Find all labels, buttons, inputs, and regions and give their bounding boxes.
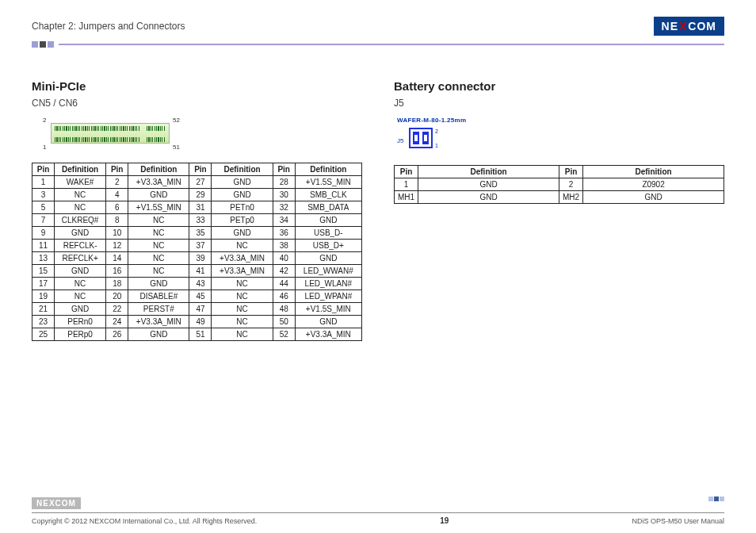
definition-cell: NC <box>212 290 273 303</box>
pin-cell: 48 <box>273 303 295 316</box>
table-row: 3NC4GND29GND30SMB_CLK <box>32 189 362 201</box>
battery-diagram: WAFER-M-80-1.25mm J5 2 1 <box>397 117 724 152</box>
pin-cell: 44 <box>273 278 295 290</box>
definition-cell: LED_WLAN# <box>295 278 361 290</box>
pin-cell: 1 <box>32 176 55 189</box>
pin-cell: 40 <box>273 252 295 265</box>
definition-cell: NC <box>128 265 189 278</box>
table-row: 1WAKE#2+V3.3A_MIN27GND28+V1.5S_MIN <box>32 176 362 189</box>
definition-cell: +V3.3A_MIN <box>212 265 273 278</box>
pin-cell: MH1 <box>395 191 418 204</box>
chapter-title: Chapter 2: Jumpers and Connectors <box>32 21 185 32</box>
pin-cell: MH2 <box>559 191 583 204</box>
copyright-text: Copyright © 2012 NEXCOM International Co… <box>32 517 257 525</box>
pin-cell: 9 <box>32 227 55 240</box>
pin-cell: 21 <box>32 303 55 316</box>
definition-cell: WAKE# <box>55 176 106 189</box>
section-title-battery: Battery connector <box>394 79 724 93</box>
table-row: 17NC18GND43NC44LED_WLAN# <box>32 278 362 290</box>
pin-cell: 50 <box>273 316 295 328</box>
pin-cell: 24 <box>106 316 128 328</box>
pin-cell: 46 <box>273 290 295 303</box>
pin-cell: 8 <box>106 214 128 227</box>
table-row: 13REFCLK+14NC39+V3.3A_MIN40GND <box>32 252 362 265</box>
definition-cell: REFCLK+ <box>55 252 106 265</box>
pin-cell: 2 <box>106 176 128 189</box>
table-row: 11REFCLK-12NC37NC38USB_D+ <box>32 240 362 252</box>
pin-cell: 4 <box>106 189 128 201</box>
table-header: Pin <box>106 163 128 176</box>
pin-cell: 35 <box>189 227 212 240</box>
definition-cell: GND <box>212 189 273 201</box>
definition-cell: DISABLE# <box>128 290 189 303</box>
pin-cell: 29 <box>189 189 212 201</box>
pin-cell: 5 <box>32 201 55 214</box>
decorative-squares <box>32 41 54 48</box>
table-row: 15GND16NC41+V3.3A_MIN42LED_WWAN# <box>32 265 362 278</box>
pin-cell: 7 <box>32 214 55 227</box>
table-header: Definition <box>418 166 559 178</box>
table-row: 19NC20DISABLE#45NC46LED_WPAN# <box>32 290 362 303</box>
pin-cell: 10 <box>106 227 128 240</box>
definition-cell: NC <box>128 252 189 265</box>
definition-cell: GND <box>295 214 361 227</box>
pin-cell: 28 <box>273 176 295 189</box>
definition-cell: GND <box>418 178 559 191</box>
definition-cell: NC <box>128 240 189 252</box>
connector-ref-minipcie: CN5 / CN6 <box>32 98 362 109</box>
pin-cell: 52 <box>273 328 295 341</box>
pin-cell: 17 <box>32 278 55 290</box>
pin-cell: 32 <box>273 201 295 214</box>
definition-cell: NC <box>55 201 106 214</box>
definition-cell: +V3.3A_MIN <box>212 252 273 265</box>
pin-cell: 33 <box>189 214 212 227</box>
definition-cell: GND <box>418 191 559 204</box>
pin-cell: 19 <box>32 290 55 303</box>
connector-ref-battery: J5 <box>394 98 724 109</box>
pin-cell: 45 <box>189 290 212 303</box>
definition-cell: LED_WWAN# <box>295 265 361 278</box>
definition-cell: NC <box>212 303 273 316</box>
table-row: 23PERn024+V3.3A_MIN49NC50GND <box>32 316 362 328</box>
table-header: Pin <box>273 163 295 176</box>
table-row: 25PERp026GND51NC52+V3.3A_MIN <box>32 328 362 341</box>
table-header: Definition <box>55 163 106 176</box>
manual-name: NDiS OPS-M50 User Manual <box>632 517 724 525</box>
page-number: 19 <box>440 516 449 525</box>
pin-cell: 34 <box>273 214 295 227</box>
pin-cell: 27 <box>189 176 212 189</box>
definition-cell: PERn0 <box>55 316 106 328</box>
mini-pcie-section: Mini-PCIe CN5 / CN6 2 52 1 51 PinDefinit… <box>32 79 362 341</box>
battery-pin-table: PinDefinitionPinDefinition 1GND2Z0902MH1… <box>394 165 724 204</box>
definition-cell: GND <box>55 303 106 316</box>
table-header: Definition <box>583 166 724 178</box>
definition-cell: NC <box>212 328 273 341</box>
nexcom-logo: NEXCOM <box>654 17 724 36</box>
definition-cell: GND <box>128 328 189 341</box>
pin-cell: 16 <box>106 265 128 278</box>
definition-cell: PETn0 <box>212 201 273 214</box>
definition-cell: SMB_DATA <box>295 201 361 214</box>
definition-cell: SMB_CLK <box>295 189 361 201</box>
table-row: MH1GNDMH2GND <box>395 191 724 204</box>
definition-cell: GND <box>212 176 273 189</box>
pin-cell: 43 <box>189 278 212 290</box>
table-header: Definition <box>212 163 273 176</box>
definition-cell: GND <box>295 316 361 328</box>
definition-cell: +V1.5S_MIN <box>295 303 361 316</box>
definition-cell: NC <box>55 290 106 303</box>
page-footer: NEXCOM Copyright © 2012 NEXCOM Internati… <box>32 495 724 525</box>
table-header: Pin <box>559 166 583 178</box>
pin-cell: 1 <box>395 178 418 191</box>
corner-decoration <box>708 497 724 501</box>
definition-cell: Z0902 <box>583 178 724 191</box>
table-row: 21GND22PERST#47NC48+V1.5S_MIN <box>32 303 362 316</box>
definition-cell: +V1.5S_MIN <box>128 201 189 214</box>
svg-text:2: 2 <box>435 128 438 134</box>
pin-cell: 13 <box>32 252 55 265</box>
definition-cell: GND <box>295 252 361 265</box>
pin-cell: 47 <box>189 303 212 316</box>
definition-cell: GND <box>55 265 106 278</box>
definition-cell: PERST# <box>128 303 189 316</box>
pin-cell: 25 <box>32 328 55 341</box>
